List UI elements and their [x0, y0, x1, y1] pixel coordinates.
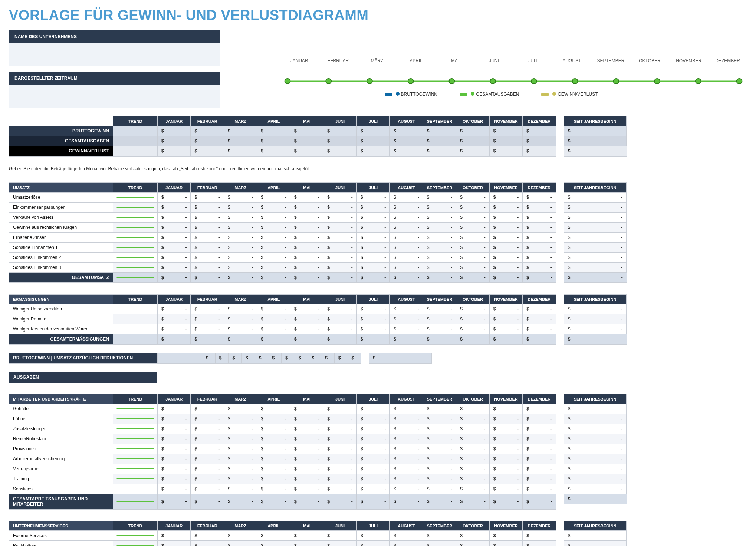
month-value-cell[interactable]: $-: [490, 404, 523, 414]
month-value-cell[interactable]: $-: [490, 494, 523, 509]
month-value-cell[interactable]: $-: [191, 541, 224, 546]
month-value-cell[interactable]: $-: [158, 494, 191, 509]
month-value-cell[interactable]: $-: [257, 324, 290, 334]
month-value-cell[interactable]: $-: [357, 454, 390, 464]
month-value-cell[interactable]: $-: [191, 126, 224, 136]
month-value-cell[interactable]: $-: [423, 531, 456, 541]
month-value-cell[interactable]: $-: [290, 464, 323, 474]
month-value-cell[interactable]: $-: [423, 334, 456, 344]
month-value-cell[interactable]: $-: [323, 213, 356, 223]
month-value-cell[interactable]: $-: [321, 353, 335, 363]
month-value-cell[interactable]: $-: [357, 263, 390, 273]
month-value-cell[interactable]: $-: [290, 314, 323, 324]
month-value-cell[interactable]: $-: [357, 414, 390, 424]
month-value-cell[interactable]: $-: [290, 414, 323, 424]
month-value-cell[interactable]: $-: [490, 193, 523, 203]
month-value-cell[interactable]: $-: [456, 424, 489, 434]
month-value-cell[interactable]: $-: [357, 494, 390, 509]
month-value-cell[interactable]: $-: [158, 464, 191, 474]
month-value-cell[interactable]: $-: [390, 484, 423, 494]
month-value-cell[interactable]: $-: [158, 424, 191, 434]
month-value-cell[interactable]: $-: [290, 454, 323, 464]
month-value-cell[interactable]: $-: [523, 203, 556, 213]
month-value-cell[interactable]: $-: [523, 484, 556, 494]
month-value-cell[interactable]: $-: [423, 324, 456, 334]
month-value-cell[interactable]: $-: [257, 334, 290, 344]
month-value-cell[interactable]: $-: [323, 404, 356, 414]
month-value-cell[interactable]: $-: [390, 474, 423, 484]
month-value-cell[interactable]: $-: [456, 464, 489, 474]
month-value-cell[interactable]: $-: [357, 136, 390, 146]
month-value-cell[interactable]: $-: [191, 253, 224, 263]
month-value-cell[interactable]: $-: [490, 126, 523, 136]
month-value-cell[interactable]: $-: [323, 223, 356, 233]
month-value-cell[interactable]: $-: [423, 213, 456, 223]
month-value-cell[interactable]: $-: [323, 531, 356, 541]
month-value-cell[interactable]: $-: [523, 223, 556, 233]
month-value-cell[interactable]: $-: [290, 193, 323, 203]
month-value-cell[interactable]: $-: [423, 424, 456, 434]
month-value-cell[interactable]: $-: [191, 136, 224, 146]
month-value-cell[interactable]: $-: [158, 454, 191, 464]
month-value-cell[interactable]: $-: [423, 444, 456, 454]
month-value-cell[interactable]: $-: [158, 203, 191, 213]
month-value-cell[interactable]: $-: [456, 474, 489, 484]
month-value-cell[interactable]: $-: [158, 136, 191, 146]
month-value-cell[interactable]: $-: [290, 494, 323, 509]
month-value-cell[interactable]: $-: [158, 126, 191, 136]
month-value-cell[interactable]: $-: [158, 434, 191, 444]
month-value-cell[interactable]: $-: [323, 314, 356, 324]
month-value-cell[interactable]: $-: [290, 223, 323, 233]
month-value-cell[interactable]: $-: [423, 243, 456, 253]
month-value-cell[interactable]: $-: [290, 126, 323, 136]
month-value-cell[interactable]: $-: [290, 444, 323, 454]
month-value-cell[interactable]: $-: [423, 126, 456, 136]
month-value-cell[interactable]: $-: [490, 414, 523, 424]
month-value-cell[interactable]: $-: [191, 146, 224, 156]
month-value-cell[interactable]: $-: [390, 314, 423, 324]
month-value-cell[interactable]: $-: [191, 464, 224, 474]
month-value-cell[interactable]: $-: [224, 474, 257, 484]
month-value-cell[interactable]: $-: [523, 193, 556, 203]
month-value-cell[interactable]: $-: [357, 444, 390, 454]
month-value-cell[interactable]: $-: [490, 233, 523, 243]
month-value-cell[interactable]: $-: [423, 223, 456, 233]
month-value-cell[interactable]: $-: [456, 444, 489, 454]
month-value-cell[interactable]: $-: [456, 243, 489, 253]
month-value-cell[interactable]: $-: [390, 253, 423, 263]
month-value-cell[interactable]: $-: [158, 233, 191, 243]
month-value-cell[interactable]: $-: [224, 454, 257, 464]
month-value-cell[interactable]: $-: [390, 324, 423, 334]
month-value-cell[interactable]: $-: [191, 334, 224, 344]
month-value-cell[interactable]: $-: [257, 273, 290, 283]
month-value-cell[interactable]: $-: [257, 414, 290, 424]
month-value-cell[interactable]: $-: [224, 263, 257, 273]
month-value-cell[interactable]: $-: [390, 494, 423, 509]
month-value-cell[interactable]: $-: [490, 243, 523, 253]
month-value-cell[interactable]: $-: [357, 243, 390, 253]
month-value-cell[interactable]: $-: [323, 136, 356, 146]
month-value-cell[interactable]: $-: [257, 404, 290, 414]
month-value-cell[interactable]: $-: [456, 434, 489, 444]
month-value-cell[interactable]: $-: [191, 484, 224, 494]
month-value-cell[interactable]: $-: [257, 126, 290, 136]
month-value-cell[interactable]: $-: [308, 353, 322, 363]
month-value-cell[interactable]: $-: [191, 223, 224, 233]
month-value-cell[interactable]: $-: [290, 324, 323, 334]
month-value-cell[interactable]: $-: [490, 146, 523, 156]
month-value-cell[interactable]: $-: [323, 484, 356, 494]
month-value-cell[interactable]: $-: [255, 353, 269, 363]
month-value-cell[interactable]: $-: [257, 146, 290, 156]
month-value-cell[interactable]: $-: [323, 253, 356, 263]
month-value-cell[interactable]: $-: [490, 263, 523, 273]
month-value-cell[interactable]: $-: [257, 464, 290, 474]
month-value-cell[interactable]: $-: [490, 454, 523, 464]
month-value-cell[interactable]: $-: [423, 484, 456, 494]
month-value-cell[interactable]: $-: [357, 334, 390, 344]
month-value-cell[interactable]: $-: [423, 414, 456, 424]
month-value-cell[interactable]: $-: [323, 233, 356, 243]
month-value-cell[interactable]: $-: [523, 263, 556, 273]
month-value-cell[interactable]: $-: [290, 253, 323, 263]
month-value-cell[interactable]: $-: [423, 464, 456, 474]
month-value-cell[interactable]: $-: [290, 213, 323, 223]
